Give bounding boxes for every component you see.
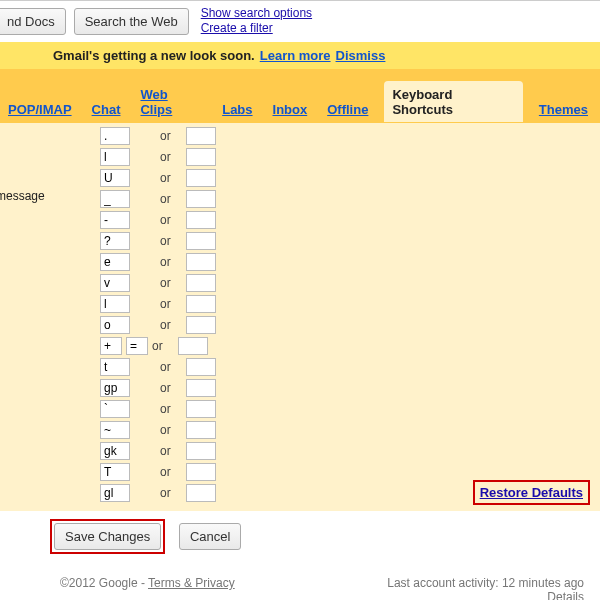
shortcut-key-secondary[interactable] bbox=[186, 379, 216, 397]
or-text: or bbox=[160, 423, 174, 437]
promo-text: Gmail's getting a new look soon. bbox=[53, 48, 255, 63]
tab-themes[interactable]: Themes bbox=[535, 96, 592, 122]
or-text: or bbox=[160, 444, 174, 458]
terms-privacy-link[interactable]: Terms & Privacy bbox=[148, 576, 235, 590]
shortcut-key-primary[interactable] bbox=[100, 316, 130, 334]
or-text: or bbox=[160, 465, 174, 479]
or-text: or bbox=[160, 486, 174, 500]
shortcut-key-secondary[interactable] bbox=[186, 400, 216, 418]
shortcut-key-primary[interactable] bbox=[100, 337, 122, 355]
shortcut-key-primary-alt[interactable] bbox=[126, 337, 148, 355]
shortcut-key-primary[interactable] bbox=[100, 127, 130, 145]
shortcut-key-secondary[interactable] bbox=[186, 358, 216, 376]
shortcut-key-secondary[interactable] bbox=[186, 232, 216, 250]
shortcut-row: or bbox=[100, 356, 216, 377]
tab-labs[interactable]: Labs bbox=[218, 96, 256, 122]
shortcut-key-secondary[interactable] bbox=[186, 190, 216, 208]
create-filter-link[interactable]: Create a filter bbox=[201, 21, 312, 36]
shortcut-row: or bbox=[100, 377, 216, 398]
shortcut-key-primary[interactable] bbox=[100, 169, 130, 187]
or-text: or bbox=[160, 276, 174, 290]
shortcut-key-secondary[interactable] bbox=[186, 169, 216, 187]
save-highlight-box: Save Changes bbox=[50, 519, 165, 554]
restore-defaults-link[interactable]: Restore Defaults bbox=[480, 485, 583, 500]
settings-content: cted message on orororororororororororor… bbox=[0, 123, 600, 511]
shortcut-key-primary[interactable] bbox=[100, 253, 130, 271]
shortcut-row: or bbox=[100, 461, 216, 482]
footer: ©2012 Google - Terms & Privacy Last acco… bbox=[0, 562, 600, 600]
or-text: or bbox=[160, 360, 174, 374]
tab-offline[interactable]: Offline bbox=[323, 96, 372, 122]
shortcut-key-secondary[interactable] bbox=[186, 127, 216, 145]
details-link[interactable]: Details bbox=[387, 590, 584, 600]
tab-inbox[interactable]: Inbox bbox=[269, 96, 312, 122]
tab-pop-imap[interactable]: POP/IMAP bbox=[4, 96, 76, 122]
tab-keyboard-shortcuts[interactable]: Keyboard Shortcuts bbox=[384, 81, 522, 122]
tabs-container: POP/IMAP Chat Web Clips Labs Inbox Offli… bbox=[0, 69, 600, 123]
promo-bar: Gmail's getting a new look soon. Learn m… bbox=[0, 42, 600, 69]
shortcut-row: or bbox=[100, 482, 216, 503]
shortcut-row: or bbox=[100, 272, 216, 293]
shortcut-key-secondary[interactable] bbox=[186, 316, 216, 334]
shortcut-key-primary[interactable] bbox=[100, 463, 130, 481]
show-search-options-link[interactable]: Show search options bbox=[201, 6, 312, 21]
tab-chat[interactable]: Chat bbox=[88, 96, 125, 122]
or-text: or bbox=[160, 192, 174, 206]
shortcut-key-primary[interactable] bbox=[100, 400, 130, 418]
shortcut-row: or bbox=[100, 398, 216, 419]
shortcut-key-primary[interactable] bbox=[100, 232, 130, 250]
shortcut-key-primary[interactable] bbox=[100, 295, 130, 313]
shortcut-row: or bbox=[100, 146, 216, 167]
tab-web-clips[interactable]: Web Clips bbox=[136, 81, 206, 122]
or-text: or bbox=[152, 339, 166, 353]
shortcut-row: or bbox=[100, 293, 216, 314]
or-text: or bbox=[160, 318, 174, 332]
shortcut-rows: orororororororororororororororororor bbox=[100, 125, 216, 503]
copyright-text: ©2012 Google - bbox=[60, 576, 148, 590]
shortcut-key-secondary[interactable] bbox=[186, 253, 216, 271]
or-text: or bbox=[160, 129, 174, 143]
shortcut-key-secondary[interactable] bbox=[186, 148, 216, 166]
or-text: or bbox=[160, 381, 174, 395]
or-text: or bbox=[160, 234, 174, 248]
shortcut-key-primary[interactable] bbox=[100, 442, 130, 460]
shortcut-key-secondary[interactable] bbox=[178, 337, 208, 355]
shortcut-key-primary[interactable] bbox=[100, 379, 130, 397]
shortcut-row: or bbox=[100, 188, 216, 209]
shortcut-key-primary[interactable] bbox=[100, 211, 130, 229]
shortcut-row: or bbox=[100, 419, 216, 440]
shortcut-key-secondary[interactable] bbox=[186, 211, 216, 229]
shortcut-row: or bbox=[100, 230, 216, 251]
shortcut-key-secondary[interactable] bbox=[186, 295, 216, 313]
or-text: or bbox=[160, 297, 174, 311]
shortcut-key-primary[interactable] bbox=[100, 421, 130, 439]
shortcut-key-primary[interactable] bbox=[100, 190, 130, 208]
shortcut-row: or bbox=[100, 167, 216, 188]
shortcut-key-primary[interactable] bbox=[100, 484, 130, 502]
footer-left: ©2012 Google - Terms & Privacy bbox=[60, 576, 235, 600]
shortcut-key-secondary[interactable] bbox=[186, 274, 216, 292]
shortcut-key-primary[interactable] bbox=[100, 274, 130, 292]
shortcut-row: or bbox=[100, 314, 216, 335]
shortcut-row: or bbox=[100, 209, 216, 230]
cancel-button[interactable]: Cancel bbox=[179, 523, 241, 550]
shortcut-row: or bbox=[100, 251, 216, 272]
search-web-button[interactable]: Search the Web bbox=[74, 8, 189, 35]
shortcut-key-secondary[interactable] bbox=[186, 442, 216, 460]
promo-learn-more-link[interactable]: Learn more bbox=[260, 48, 331, 63]
docs-button[interactable]: nd Docs bbox=[0, 8, 66, 35]
or-text: or bbox=[160, 402, 174, 416]
shortcut-row: or bbox=[100, 335, 216, 356]
save-bar: Save Changes Cancel bbox=[0, 511, 600, 562]
shortcut-key-primary[interactable] bbox=[100, 358, 130, 376]
promo-dismiss-link[interactable]: Dismiss bbox=[336, 48, 386, 63]
shortcut-key-primary[interactable] bbox=[100, 148, 130, 166]
or-text: or bbox=[160, 150, 174, 164]
shortcut-key-secondary[interactable] bbox=[186, 463, 216, 481]
shortcut-key-secondary[interactable] bbox=[186, 484, 216, 502]
shortcut-key-secondary[interactable] bbox=[186, 421, 216, 439]
save-changes-button[interactable]: Save Changes bbox=[54, 523, 161, 550]
restore-defaults-box: Restore Defaults bbox=[473, 480, 590, 505]
shortcut-row: or bbox=[100, 440, 216, 461]
or-text: or bbox=[160, 213, 174, 227]
